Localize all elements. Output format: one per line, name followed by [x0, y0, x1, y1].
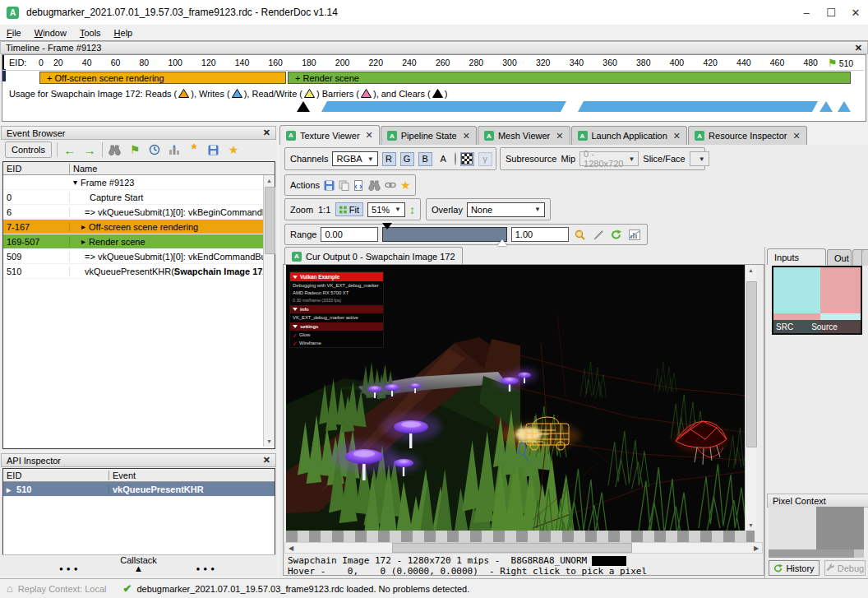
filter-icon[interactable]: *: [187, 142, 201, 157]
tab-stub[interactable]: [861, 249, 868, 266]
tab-launch-application[interactable]: A Launch Application✕: [571, 126, 688, 145]
tab-mesh-viewer[interactable]: A Mesh Viewer✕: [478, 126, 570, 145]
maximize-button[interactable]: ☐: [819, 2, 843, 22]
usage-marker-1[interactable]: [820, 101, 833, 112]
timeline-ruler[interactable]: EID: 0 204060801001201401601802002202402…: [2, 57, 864, 71]
event-row-present[interactable]: 510 vkQueuePresentKHR( Swapchain Image 1…: [3, 264, 275, 279]
next-event-icon[interactable]: →: [82, 142, 97, 157]
fit-button[interactable]: Fit: [335, 202, 363, 216]
prev-event-icon[interactable]: ←: [62, 142, 77, 157]
timer-icon[interactable]: [147, 142, 162, 157]
menu-file[interactable]: File: [0, 26, 28, 39]
home-icon[interactable]: ⌂: [7, 582, 13, 595]
api-inspector-close-icon[interactable]: ✕: [263, 455, 270, 466]
collapse-chevron-icon[interactable]: ▾: [73, 178, 77, 187]
expand-chevron-icon[interactable]: ▸: [81, 237, 85, 246]
event-row-render-marker[interactable]: 169-507 ▸Render scene: [3, 234, 275, 249]
autofit-picker-icon[interactable]: [591, 227, 605, 242]
usage-bar-1[interactable]: [321, 101, 566, 112]
tab-close-icon[interactable]: ✕: [792, 131, 800, 141]
custom-shader-star-icon[interactable]: ★: [400, 178, 411, 192]
tab-resource-inspector[interactable]: A Resource Inspector✕: [688, 126, 807, 145]
event-column-header[interactable]: Event: [109, 471, 275, 480]
timeline-marker-render[interactable]: + Render scene: [288, 72, 851, 84]
zoom-1-1-button[interactable]: 1:1: [317, 202, 331, 216]
tab-pipeline-state[interactable]: A Pipeline State✕: [381, 126, 477, 145]
tab-outputs[interactable]: Out: [827, 249, 852, 266]
usage-marker-2[interactable]: [838, 101, 851, 112]
event-row[interactable]: 6 => vkQueueSubmit(1)[0]: vkBeginCommand…: [3, 205, 275, 220]
menu-window[interactable]: Window: [28, 26, 73, 39]
range-slider[interactable]: [382, 227, 507, 242]
event-browser-close-icon[interactable]: ✕: [263, 127, 270, 138]
black-point-handle[interactable]: [382, 223, 392, 229]
checkerboard-background-button[interactable]: [460, 152, 474, 166]
usage-bar-2[interactable]: [578, 101, 818, 112]
bookmark-star-icon[interactable]: ★: [226, 142, 241, 157]
scroll-down-icon[interactable]: ▼: [264, 436, 275, 447]
tab-texture-viewer[interactable]: A Texture Viewer✕: [279, 125, 380, 145]
expand-chevron-icon[interactable]: ▸: [7, 485, 11, 494]
texture-hscrollbar[interactable]: ◀ ▶: [284, 542, 763, 554]
name-column-header[interactable]: Name: [70, 164, 275, 174]
replay-context[interactable]: Replay Context: Local: [18, 584, 107, 594]
scroll-right-icon[interactable]: ▶: [750, 545, 762, 552]
tab-close-icon[interactable]: ✕: [673, 131, 681, 141]
debug-button[interactable]: Debug: [824, 560, 866, 576]
flip-vertical-icon[interactable]: ↕: [409, 203, 415, 216]
timeline-marker-offscreen[interactable]: + Off-screen scene rendering: [39, 72, 286, 84]
input-texture-thumbnail[interactable]: SRC Source: [772, 266, 862, 335]
gamma-button[interactable]: γ: [478, 152, 492, 166]
controls-button[interactable]: Controls: [5, 141, 52, 158]
blue-channel-button[interactable]: B: [418, 152, 432, 166]
tab-close-icon[interactable]: ✕: [366, 130, 373, 141]
red-channel-button[interactable]: R: [382, 152, 396, 166]
histogram-icon[interactable]: [628, 227, 642, 242]
current-output-tab[interactable]: A Cur Output 0 - Swapchain Image 172: [284, 247, 463, 265]
eid-column-header[interactable]: EID: [3, 471, 109, 480]
menu-help[interactable]: Help: [108, 26, 140, 39]
history-button[interactable]: History: [769, 560, 820, 576]
open-in-editor-icon[interactable]: [353, 178, 364, 192]
eid-column-header[interactable]: EID: [3, 164, 70, 174]
event-row[interactable]: 509 => vkQueueSubmit(1)[0]: vkEndCommand…: [3, 249, 275, 264]
event-row-offscreen-marker[interactable]: 7-167 ▸Off-screen scene rendering: [3, 220, 275, 234]
rendered-texture[interactable]: Vulkan Example Debugging with VK_EXT_deb…: [286, 265, 755, 531]
timeline-close-icon[interactable]: ✕: [855, 43, 862, 53]
save-icon[interactable]: [206, 142, 221, 157]
close-button[interactable]: ✕: [843, 2, 868, 22]
scroll-up-icon[interactable]: ▲: [746, 265, 756, 276]
bookmark-flag-icon[interactable]: ⚑: [127, 142, 142, 157]
range-min-input[interactable]: 0.00: [321, 227, 378, 242]
timeline-body[interactable]: EID: 0 204060801001201401601802002202402…: [2, 54, 866, 122]
green-channel-button[interactable]: G: [400, 152, 414, 166]
event-row-frame[interactable]: ▾Frame #9123: [3, 175, 275, 190]
mip-dropdown[interactable]: 0 - 1280x720▼: [579, 151, 639, 166]
find-icon[interactable]: [368, 178, 381, 192]
minimize-button[interactable]: –: [794, 2, 819, 22]
event-browser-scrollbar[interactable]: ▲ ▼: [263, 175, 275, 447]
reset-range-icon[interactable]: [609, 227, 623, 242]
tab-close-icon[interactable]: ✕: [463, 131, 470, 141]
tab-inputs[interactable]: Inputs: [767, 248, 826, 265]
menu-tools[interactable]: Tools: [73, 26, 108, 39]
scroll-down-icon[interactable]: ▼: [746, 520, 756, 531]
copy-icon[interactable]: [339, 178, 349, 192]
expand-chevron-icon[interactable]: ▸: [81, 222, 85, 231]
range-max-input[interactable]: 1.00: [511, 227, 569, 242]
event-row[interactable]: 0 Capture Start: [3, 190, 275, 205]
slice-face-dropdown[interactable]: ▼: [690, 151, 709, 166]
scroll-up-icon[interactable]: ▲: [264, 175, 275, 186]
statistics-icon[interactable]: [167, 142, 182, 157]
pixel-context-preview[interactable]: [769, 507, 864, 558]
zoom-level-dropdown[interactable]: 51%▼: [367, 202, 405, 217]
splitter-handle-icon[interactable]: ▲: [134, 563, 143, 573]
tab-close-icon[interactable]: ✕: [556, 131, 563, 141]
white-point-handle[interactable]: [497, 239, 507, 246]
save-icon[interactable]: [324, 178, 335, 192]
scroll-left-icon[interactable]: ◀: [285, 545, 297, 552]
texture-vscrollbar[interactable]: ▲ ▼: [745, 265, 756, 531]
api-event-row-selected[interactable]: ▸ 510 vkQueuePresentKHR: [3, 482, 275, 497]
overlay-dropdown[interactable]: None▼: [467, 202, 545, 217]
alpha-channel-button[interactable]: A: [436, 152, 450, 166]
